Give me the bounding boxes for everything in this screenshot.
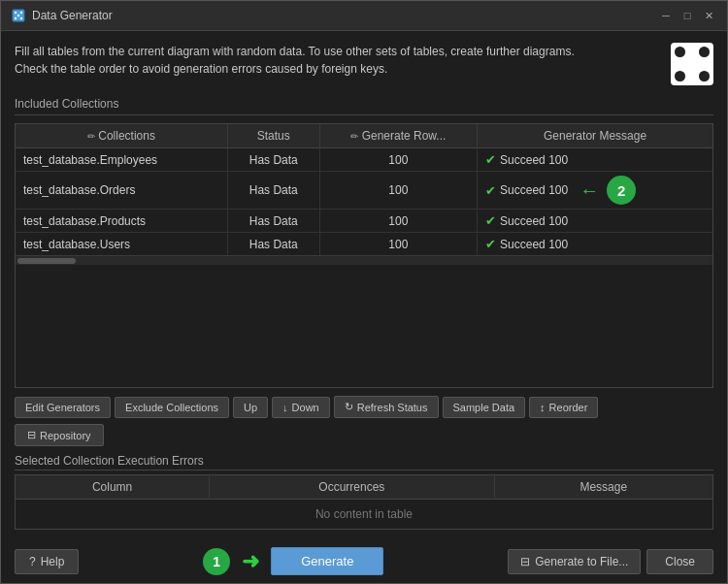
col-header-err-message: Message bbox=[494, 475, 712, 500]
message-text: Succeed 100 bbox=[500, 214, 568, 228]
step-badge-1: 1 bbox=[203, 548, 230, 575]
included-collections-header: Included Collections bbox=[15, 97, 118, 111]
window-title: Data Generator bbox=[32, 9, 113, 22]
generate-button[interactable]: Generate bbox=[271, 547, 383, 575]
close-main-button[interactable]: Close bbox=[646, 549, 713, 574]
col-header-status: Status bbox=[227, 124, 319, 148]
collection-status: Has Data bbox=[227, 210, 319, 233]
main-window: Data Generator ─ □ ✕ Fill all tables fro… bbox=[0, 0, 728, 584]
collection-name: test_database.Employees bbox=[16, 148, 227, 172]
collections-table: ✏ Collections Status ✏ Generate Row... G… bbox=[16, 124, 712, 255]
col-header-column: Column bbox=[16, 475, 210, 500]
minimize-button[interactable]: ─ bbox=[657, 7, 675, 24]
collection-message: ✔Succeed 100←2 bbox=[478, 172, 712, 209]
step-badge-2: 2 bbox=[607, 176, 636, 205]
toolbar-row1: Edit Generators Exclude Collections Up ↓… bbox=[15, 396, 713, 418]
collection-name: test_database.Products bbox=[16, 210, 227, 233]
exclude-collections-button[interactable]: Exclude Collections bbox=[115, 397, 229, 418]
table-row: test_database.EmployeesHas Data100✔Succe… bbox=[16, 148, 712, 172]
table-row: test_database.ProductsHas Data100✔Succee… bbox=[16, 210, 712, 233]
title-bar: Data Generator ─ □ ✕ bbox=[1, 1, 727, 31]
svg-point-2 bbox=[20, 12, 22, 14]
help-button[interactable]: ? Help bbox=[15, 549, 79, 574]
repository-button[interactable]: ⊟ ⊟ Repository Repository bbox=[15, 424, 104, 446]
collection-name: test_database.Users bbox=[16, 233, 227, 256]
down-icon: ↓ bbox=[282, 402, 288, 413]
file-icon: ⊟ bbox=[520, 555, 530, 568]
bottom-bar: ? Help 1 ➜ Generate ⊟ Generate to File..… bbox=[1, 539, 727, 583]
refresh-status-button[interactable]: ↻ Refresh Status bbox=[334, 396, 439, 418]
collection-row-count: 100 bbox=[319, 210, 478, 233]
collection-row-count: 100 bbox=[319, 172, 478, 210]
collection-status: Has Data bbox=[227, 172, 319, 210]
message-text: Succeed 100 bbox=[500, 153, 568, 167]
collection-status: Has Data bbox=[227, 233, 319, 256]
collection-name: test_database.Orders bbox=[16, 172, 227, 210]
svg-point-1 bbox=[15, 12, 17, 14]
app-icon bbox=[11, 8, 26, 23]
arrow-to-generate: ➜ bbox=[242, 549, 259, 574]
col-header-rows: ✏ Generate Row... bbox=[319, 124, 478, 148]
table-row: test_database.UsersHas Data100✔Succeed 1… bbox=[16, 233, 712, 256]
reorder-button[interactable]: ↕ Reorder bbox=[529, 397, 598, 418]
svg-point-3 bbox=[17, 15, 19, 16]
collections-table-container: ✏ Collections Status ✏ Generate Row... G… bbox=[15, 123, 713, 388]
description-text: Fill all tables from the current diagram… bbox=[15, 43, 575, 78]
refresh-icon: ↻ bbox=[345, 401, 353, 413]
svg-point-4 bbox=[15, 17, 17, 19]
arrow-left-icon: ← bbox=[579, 179, 599, 202]
errors-table: Column Occurrences Message No content in… bbox=[16, 475, 712, 529]
succeed-icon: ✔ bbox=[485, 183, 496, 198]
horizontal-scrollbar[interactable] bbox=[16, 255, 712, 265]
succeed-icon: ✔ bbox=[485, 213, 496, 228]
sample-data-button[interactable]: Sample Data bbox=[443, 397, 526, 418]
table-row: test_database.OrdersHas Data100✔Succeed … bbox=[16, 172, 712, 210]
message-text: Succeed 100 bbox=[500, 238, 568, 251]
down-button[interactable]: ↓ Down bbox=[272, 397, 330, 418]
maximize-button[interactable]: □ bbox=[678, 7, 696, 24]
close-button[interactable]: ✕ bbox=[700, 7, 717, 24]
repo-icon: ⊟ bbox=[27, 429, 36, 441]
collection-row-count: 100 bbox=[319, 233, 478, 256]
edit-generators-button[interactable]: Edit Generators bbox=[15, 397, 111, 418]
no-content-label: No content in table bbox=[16, 500, 712, 530]
succeed-icon: ✔ bbox=[485, 152, 496, 167]
svg-point-5 bbox=[20, 17, 22, 19]
reorder-icon: ↕ bbox=[540, 402, 546, 413]
col-header-collections: ✏ Collections bbox=[16, 124, 227, 148]
help-icon: ? bbox=[29, 555, 36, 568]
errors-table-container: Column Occurrences Message No content in… bbox=[15, 474, 713, 530]
col-header-occurrences: Occurrences bbox=[210, 475, 494, 500]
message-text: Succeed 100 bbox=[500, 183, 568, 197]
up-button[interactable]: Up bbox=[233, 397, 268, 418]
generate-to-file-button[interactable]: ⊟ Generate to File... bbox=[508, 549, 641, 574]
dice-icon bbox=[671, 43, 713, 85]
collection-row-count: 100 bbox=[319, 148, 478, 172]
collection-message: ✔Succeed 100 bbox=[478, 233, 712, 255]
collection-message: ✔Succeed 100 bbox=[478, 210, 712, 232]
succeed-icon: ✔ bbox=[485, 237, 496, 251]
col-header-message: Generator Message bbox=[478, 124, 712, 148]
errors-header: Selected Collection Execution Errors bbox=[15, 454, 204, 468]
window-controls: ─ □ ✕ bbox=[657, 7, 717, 24]
collection-message: ✔Succeed 100 bbox=[478, 148, 712, 171]
collection-status: Has Data bbox=[227, 148, 319, 172]
